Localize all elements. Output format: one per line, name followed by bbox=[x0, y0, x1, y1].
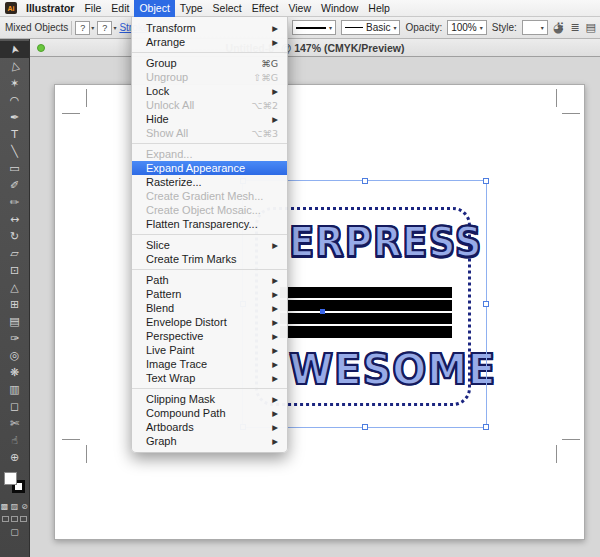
style-dropdown[interactable]: ▾ bbox=[522, 20, 548, 35]
selection-handle[interactable] bbox=[483, 178, 489, 184]
menubar-items: IllustratorFileEditObjectTypeSelectEffec… bbox=[21, 0, 395, 17]
selection-handle[interactable] bbox=[362, 178, 368, 184]
menubar-item-view[interactable]: View bbox=[283, 0, 316, 17]
selection-handle[interactable] bbox=[362, 424, 368, 430]
menubar-item-effect[interactable]: Effect bbox=[247, 0, 284, 17]
menubar-item-file[interactable]: File bbox=[79, 0, 106, 17]
menu-item-arrange[interactable]: Arrange▶ bbox=[132, 35, 287, 49]
menubar-item-help[interactable]: Help bbox=[363, 0, 395, 17]
menu-item-compound-path[interactable]: Compound Path▶ bbox=[132, 406, 287, 420]
scale-tool[interactable]: ▱ bbox=[0, 245, 29, 262]
eyedropper-tool[interactable]: ✑ bbox=[0, 330, 29, 347]
stroke-profile-dropdown[interactable]: ▾ bbox=[292, 20, 336, 35]
stroke-profile-preview bbox=[296, 27, 326, 29]
brush-dropdown[interactable]: Basic ▾ bbox=[341, 20, 400, 35]
blend-tool[interactable]: ◎ bbox=[0, 347, 29, 364]
menu-item-label: Compound Path bbox=[146, 407, 226, 419]
shape-builder-tool[interactable]: ⊡ bbox=[0, 262, 29, 279]
menu-item-expand-appearance[interactable]: Expand Appearance bbox=[132, 161, 287, 175]
type-tool[interactable]: T bbox=[0, 126, 29, 143]
toolbar-color-modes: ▩▨⊘ bbox=[0, 502, 29, 511]
draw-normal-button[interactable] bbox=[2, 516, 9, 522]
artboard-tool[interactable]: ◻ bbox=[0, 398, 29, 415]
menu-item-label: Path bbox=[146, 274, 169, 286]
perspective-grid-tool[interactable]: △ bbox=[0, 279, 29, 296]
width-tool[interactable]: ↔ bbox=[0, 211, 29, 228]
magic-wand-tool[interactable]: ✶ bbox=[0, 75, 29, 92]
menu-item-label: Lock bbox=[146, 85, 169, 97]
menubar-item-illustrator[interactable]: Illustrator bbox=[21, 0, 79, 17]
zoom-tool[interactable]: ⊕ bbox=[0, 449, 29, 466]
hand-tool[interactable]: ☝ bbox=[0, 432, 29, 449]
menu-item-image-trace[interactable]: Image Trace▶ bbox=[132, 357, 287, 371]
menu-item-flatten-transparency[interactable]: Flatten Transparency... bbox=[132, 217, 287, 231]
fill-stroke-widget[interactable] bbox=[0, 470, 29, 500]
brush-preview bbox=[345, 27, 363, 28]
menubar-item-select[interactable]: Select bbox=[208, 0, 247, 17]
opacity-label[interactable]: Opacity: bbox=[405, 22, 442, 33]
color-mode-button[interactable]: ▩ bbox=[1, 502, 9, 511]
draw-inside-button[interactable] bbox=[20, 516, 27, 522]
menu-item-label: Arrange bbox=[146, 36, 185, 48]
selection-tool[interactable]: ➤ bbox=[0, 41, 29, 58]
stroke-color-dropdown[interactable]: ? ▾ bbox=[97, 21, 116, 35]
draw-behind-button[interactable] bbox=[11, 516, 18, 522]
rotate-tool[interactable]: ↻ bbox=[0, 228, 29, 245]
menubar-item-object[interactable]: Object bbox=[134, 0, 174, 17]
menu-item-pattern[interactable]: Pattern▶ bbox=[132, 287, 287, 301]
gradient-mode-button[interactable]: ▨ bbox=[11, 502, 19, 511]
pen-tool[interactable]: ✒ bbox=[0, 109, 29, 126]
dock-grid-icon[interactable]: ⠿ bbox=[556, 21, 564, 34]
shape-builder-icon: ⊡ bbox=[10, 264, 19, 277]
fill-swatch[interactable] bbox=[4, 472, 17, 485]
screen-mode-button[interactable]: ▢ bbox=[10, 527, 19, 537]
menubar-item-edit[interactable]: Edit bbox=[106, 0, 134, 17]
menu-item-transform[interactable]: Transform▶ bbox=[132, 21, 287, 35]
slice-tool[interactable]: ✄ bbox=[0, 415, 29, 432]
menu-item-label: Unlock All bbox=[146, 99, 194, 111]
mesh-tool[interactable]: ⊞ bbox=[0, 296, 29, 313]
menu-item-group[interactable]: Group⌘G bbox=[132, 56, 287, 70]
chevron-down-icon: ▾ bbox=[329, 24, 332, 31]
menu-item-unlock-all: Unlock All⌥⌘2 bbox=[132, 98, 287, 112]
menubar-item-type[interactable]: Type bbox=[175, 0, 208, 17]
chevron-down-icon: ▾ bbox=[91, 24, 94, 31]
rectangle-tool[interactable]: ▭ bbox=[0, 160, 29, 177]
pencil-tool[interactable]: ✏ bbox=[0, 194, 29, 211]
menu-item-path[interactable]: Path▶ bbox=[132, 273, 287, 287]
menu-item-graph[interactable]: Graph▶ bbox=[132, 434, 287, 448]
menu-item-lock[interactable]: Lock▶ bbox=[132, 84, 287, 98]
line-segment-tool[interactable]: ╲ bbox=[0, 143, 29, 160]
menu-separator bbox=[132, 269, 287, 270]
none-mode-button[interactable]: ⊘ bbox=[21, 502, 29, 511]
submenu-arrow-icon: ▶ bbox=[272, 304, 278, 313]
menu-item-text-wrap[interactable]: Text Wrap▶ bbox=[132, 371, 287, 385]
canvas-area[interactable]: ERPRESS WESOME bbox=[30, 57, 600, 557]
selection-handle[interactable] bbox=[483, 424, 489, 430]
menu-item-live-paint[interactable]: Live Paint▶ bbox=[132, 343, 287, 357]
menu-item-blend[interactable]: Blend▶ bbox=[132, 301, 287, 315]
menu-item-hide[interactable]: Hide▶ bbox=[132, 112, 287, 126]
menu-lines-icon[interactable]: ≣ bbox=[570, 21, 579, 34]
menu-item-label: Hide bbox=[146, 113, 169, 125]
symbol-sprayer-tool[interactable]: ❋ bbox=[0, 364, 29, 381]
control-bar: Mixed Objects ? ▾ ? ▾ Stroke: ▾ Basic ▾ … bbox=[0, 17, 600, 39]
menu-item-slice[interactable]: Slice▶ bbox=[132, 238, 287, 252]
column-graph-tool[interactable]: ▥ bbox=[0, 381, 29, 398]
opacity-dropdown[interactable]: 100% ▾ bbox=[447, 20, 487, 35]
draw-modes bbox=[0, 516, 29, 522]
menubar-item-window[interactable]: Window bbox=[316, 0, 363, 17]
menu-item-envelope-distort[interactable]: Envelope Distort▶ bbox=[132, 315, 287, 329]
lasso-tool[interactable]: ◠ bbox=[0, 92, 29, 109]
menu-item-perspective[interactable]: Perspective▶ bbox=[132, 329, 287, 343]
gradient-tool[interactable]: ▤ bbox=[0, 313, 29, 330]
selection-handle[interactable] bbox=[483, 301, 489, 307]
menu-item-artboards[interactable]: Artboards▶ bbox=[132, 420, 287, 434]
fill-color-dropdown[interactable]: ? ▾ bbox=[75, 21, 94, 35]
menu-item-clipping-mask[interactable]: Clipping Mask▶ bbox=[132, 392, 287, 406]
menu-item-create-trim-marks[interactable]: Create Trim Marks bbox=[132, 252, 287, 266]
direct-selection-tool[interactable]: ▷ bbox=[0, 58, 29, 75]
menu-item-rasterize[interactable]: Rasterize... bbox=[132, 175, 287, 189]
panels-icon[interactable]: ▤ bbox=[586, 21, 596, 34]
paintbrush-tool[interactable]: ✐ bbox=[0, 177, 29, 194]
